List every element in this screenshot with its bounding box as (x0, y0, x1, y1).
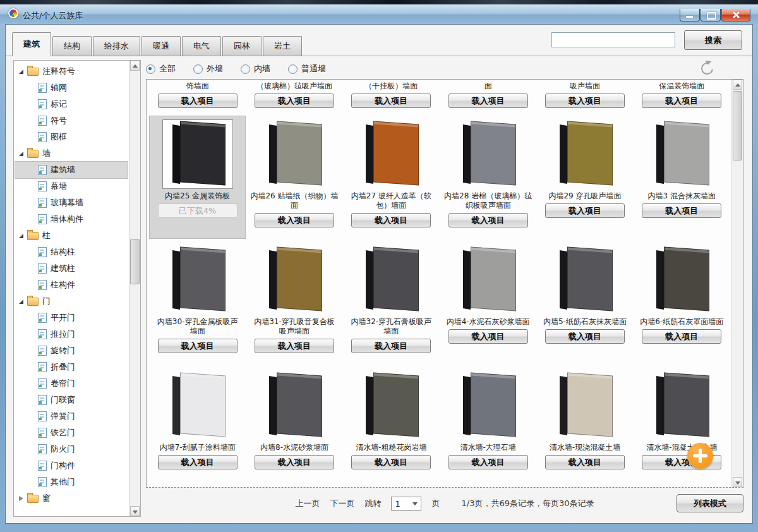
load-into-project-button[interactable]: 载入项目 (351, 94, 431, 108)
family-tile-3-0[interactable]: 内墙7-刮腻子涂料墙面载入项目 (150, 368, 245, 488)
tree-item-3-4[interactable]: 卷帘门 (15, 375, 128, 392)
tab-6[interactable]: 岩土 (263, 36, 302, 56)
load-into-project-button[interactable]: 载入项目 (255, 455, 334, 469)
tree-item-3-7[interactable]: 铁艺门 (15, 425, 128, 441)
tree-item-0-3[interactable]: 图框 (15, 129, 128, 145)
load-into-project-button[interactable]: 载入项目 (255, 94, 334, 108)
tree-scrollbar[interactable] (129, 61, 140, 516)
download-progress-button[interactable]: 已下载4% (158, 203, 238, 218)
load-into-project-button[interactable]: 载入项目 (642, 94, 721, 108)
load-into-project-button[interactable]: 载入项目 (351, 213, 431, 227)
minimize-button[interactable] (680, 9, 700, 21)
family-tile-0-1[interactable]: （玻璃棉）毡吸声墙面载入项目 (246, 80, 342, 112)
tree-item-3-1[interactable]: 推拉门 (15, 326, 128, 342)
filter-radio-2[interactable]: 内墙 (241, 63, 270, 75)
tree-item-2-2[interactable]: 柱构件 (15, 277, 128, 293)
family-tile-1-2[interactable]: 内墙27 玻纤人造革（软包）墙面载入项目 (344, 116, 439, 238)
load-into-project-button[interactable]: 载入项目 (448, 213, 528, 227)
load-into-project-button[interactable]: 载入项目 (545, 203, 625, 218)
family-tile-2-2[interactable]: 内墙32-穿孔石膏板吸声墙面载入项目 (344, 242, 439, 364)
load-into-project-button[interactable]: 载入项目 (545, 455, 625, 469)
tree-scroll-thumb[interactable] (130, 239, 140, 284)
tab-0[interactable]: 建筑 (12, 32, 51, 56)
tree-item-2-0[interactable]: 结构柱 (15, 244, 128, 260)
family-tile-1-1[interactable]: 内墙26 贴墙纸（织物）墙面载入项目 (246, 116, 342, 238)
tree-item-3-6[interactable]: 弹簧门 (15, 408, 128, 425)
tree-item-1-3[interactable]: 墙体构件 (15, 211, 128, 227)
tree-scroll-up-arrow[interactable] (130, 61, 140, 71)
grid-scroll-down-arrow[interactable] (733, 477, 742, 487)
tree-item-3-2[interactable]: 旋转门 (15, 342, 128, 359)
tree-item-1-0[interactable]: 建筑墙 (15, 162, 128, 178)
tree-item-0-1[interactable]: 标记 (15, 96, 128, 112)
tree-item-1-2[interactable]: 玻璃幕墙 (15, 195, 128, 211)
family-tile-1-5[interactable]: 内墙3 混合抹灰墙面载入项目 (634, 116, 730, 238)
tab-5[interactable]: 园林 (222, 36, 262, 56)
load-into-project-button[interactable]: 载入项目 (545, 94, 625, 108)
family-tile-2-3[interactable]: 内墙4-水泥石灰砂浆墙面载入项目 (440, 242, 536, 364)
page-jump-select[interactable]: 1 (391, 497, 421, 511)
maximize-button[interactable] (701, 9, 721, 21)
load-into-project-button[interactable]: 载入项目 (255, 213, 334, 227)
grid-scroll-thumb[interactable] (733, 91, 742, 160)
family-tile-3-1[interactable]: 内墙8-水泥砂浆墙面载入项目 (246, 368, 342, 488)
tree-folder-0[interactable]: 注释符号 (15, 63, 128, 80)
load-into-project-button[interactable]: 载入项目 (351, 455, 431, 469)
family-tile-3-5[interactable]: 清水墙-混凝土空心墙载入项目 (634, 368, 730, 488)
family-tile-1-0[interactable]: 内墙25 金属装饰板已下载4% (150, 116, 245, 238)
family-tile-3-3[interactable]: 清水墙-大理石墙载入项目 (440, 368, 536, 488)
tree-item-2-1[interactable]: 建筑柱 (15, 260, 128, 277)
tree-folder-4[interactable]: 窗 (15, 490, 128, 507)
tab-4[interactable]: 电气 (182, 36, 221, 56)
load-into-project-button[interactable]: 载入项目 (642, 329, 721, 344)
upload-plus-fab[interactable] (687, 443, 713, 469)
filter-radio-1[interactable]: 外墙 (193, 63, 223, 75)
tree-folder-3[interactable]: 门 (15, 293, 128, 310)
tree-item-0-0[interactable]: 轴网 (15, 80, 128, 96)
family-tile-1-4[interactable]: 内墙29 穿孔吸声墙面载入项目 (537, 116, 632, 238)
family-tile-2-5[interactable]: 内墙6-纸筋石灰罩面墙面载入项目 (634, 242, 730, 364)
tree-scroll-down-arrow[interactable] (130, 506, 140, 516)
load-into-project-button[interactable]: 载入项目 (545, 329, 625, 344)
load-into-project-button[interactable]: 载入项目 (351, 339, 431, 353)
tree-item-1-1[interactable]: 幕墙 (15, 178, 128, 195)
family-tile-2-4[interactable]: 内墙5-纸筋石灰抹灰墙面载入项目 (537, 242, 632, 364)
load-into-project-button[interactable]: 载入项目 (448, 455, 528, 469)
filter-radio-0[interactable]: 全部 (146, 63, 176, 75)
tree-folder-2[interactable]: 柱 (15, 227, 128, 244)
load-into-project-button[interactable]: 载入项目 (255, 339, 334, 353)
prev-page-link[interactable]: 上一页 (295, 498, 320, 509)
tree-folder-1[interactable]: 墙 (15, 145, 128, 162)
grid-scrollbar[interactable] (731, 80, 743, 487)
family-tile-1-3[interactable]: 内墙28 岩棉（玻璃棉）毡织板吸声墙面载入项目 (440, 116, 536, 238)
search-button[interactable]: 搜索 (684, 30, 742, 50)
tab-3[interactable]: 暖通 (141, 36, 181, 56)
family-tile-2-0[interactable]: 内墙30-穿孔金属板吸声墙面载入项目 (150, 242, 245, 364)
family-tile-0-2[interactable]: （干挂板）墙面载入项目 (344, 80, 439, 112)
next-page-link[interactable]: 下一页 (330, 498, 354, 509)
list-mode-button[interactable]: 列表模式 (677, 494, 743, 512)
load-into-project-button[interactable]: 载入项目 (448, 94, 528, 108)
tree-item-3-10[interactable]: 其他门 (15, 474, 128, 490)
load-into-project-button[interactable]: 载入项目 (448, 329, 528, 344)
family-tile-2-1[interactable]: 内墙31-穿孔吸音复合板吸声墙面载入项目 (246, 242, 342, 364)
load-into-project-button[interactable]: 载入项目 (158, 94, 238, 108)
family-tile-3-4[interactable]: 清水墙-现浇混凝土墙载入项目 (537, 368, 632, 488)
tab-1[interactable]: 结构 (52, 36, 92, 56)
family-tile-0-0[interactable]: 饰墙面载入项目 (150, 80, 245, 112)
tab-2[interactable]: 给排水 (93, 36, 140, 56)
tree-item-3-5[interactable]: 门联窗 (15, 392, 128, 408)
close-button[interactable] (721, 9, 750, 21)
search-input[interactable] (551, 32, 675, 47)
tree-item-0-2[interactable]: 符号 (15, 112, 128, 129)
tree-item-3-3[interactable]: 折叠门 (15, 359, 128, 375)
grid-scroll-up-arrow[interactable] (733, 80, 742, 90)
tree-item-3-0[interactable]: 平开门 (15, 310, 128, 326)
family-tile-0-4[interactable]: 吸声墙面载入项目 (537, 80, 632, 112)
tree-item-3-8[interactable]: 防火门 (15, 441, 128, 457)
family-tile-3-2[interactable]: 清水墙-粗糙花岗岩墙载入项目 (344, 368, 439, 488)
load-into-project-button[interactable]: 载入项目 (642, 203, 721, 218)
filter-radio-3[interactable]: 普通墙 (288, 63, 326, 75)
family-tile-0-5[interactable]: 保温装饰墙面载入项目 (634, 80, 730, 112)
family-tile-0-3[interactable]: 面载入项目 (440, 80, 536, 112)
